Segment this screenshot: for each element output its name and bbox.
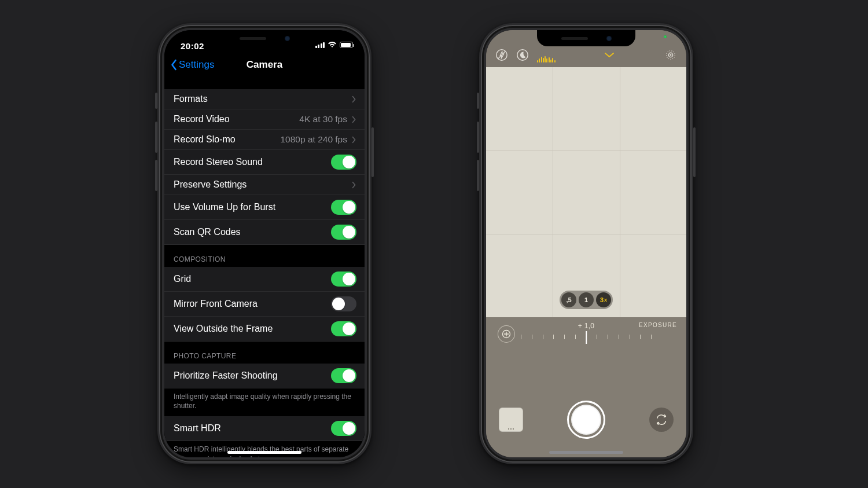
row-stereo-sound: Record Stereo Sound xyxy=(164,150,365,175)
grid-line xyxy=(620,67,620,317)
shutter-button[interactable] xyxy=(567,401,605,439)
toggle-scan-qr[interactable] xyxy=(331,225,356,240)
exposure-marker xyxy=(586,331,587,344)
row-mirror-front: Mirror Front Camera xyxy=(164,292,365,317)
footer-faster-shooting: Intelligently adapt image quality when r… xyxy=(164,388,365,416)
volume-down-button[interactable] xyxy=(155,160,157,191)
chevron-right-icon xyxy=(352,181,356,189)
camera-viewfinder[interactable]: ,5 1 3x xyxy=(486,67,686,317)
record-slomo-value: 1080p at 240 fps xyxy=(281,134,348,145)
toggle-smart-hdr[interactable] xyxy=(331,421,356,436)
switch-camera-button[interactable] xyxy=(649,408,674,432)
page-title: Camera xyxy=(247,59,282,71)
home-indicator[interactable] xyxy=(227,451,301,454)
volume-down-button[interactable] xyxy=(477,160,479,191)
nav-bar: Settings Camera xyxy=(164,53,365,76)
toggle-volume-burst[interactable] xyxy=(331,200,356,215)
home-indicator[interactable] xyxy=(549,451,623,454)
live-photo-icon[interactable] xyxy=(663,47,678,63)
section-header-capture: Photo Capture xyxy=(164,342,365,364)
row-formats[interactable]: Formats xyxy=(164,89,365,109)
section-header-composition: Composition xyxy=(164,245,365,267)
row-outside-frame: View Outside the Frame xyxy=(164,317,365,342)
zoom-wide-button[interactable]: ,5 xyxy=(561,292,576,307)
row-smart-hdr: Smart HDR xyxy=(164,416,365,441)
notch xyxy=(215,30,314,46)
mute-switch[interactable] xyxy=(477,93,479,109)
volume-up-button[interactable] xyxy=(477,122,479,153)
side-button[interactable] xyxy=(693,127,696,177)
footer-smart-hdr: Smart HDR intelligently blends the best … xyxy=(164,441,365,457)
histogram-icon xyxy=(537,56,556,63)
exposure-value: + 1,0 xyxy=(578,322,595,330)
last-photo-thumbnail[interactable] xyxy=(499,408,523,432)
zoom-tele-button[interactable]: 3x xyxy=(596,292,611,307)
notch xyxy=(537,30,635,46)
toggle-faster-shooting[interactable] xyxy=(331,368,356,383)
back-label: Settings xyxy=(179,59,214,71)
wifi-icon xyxy=(328,40,337,50)
volume-up-button[interactable] xyxy=(155,122,157,153)
zoom-selector: ,5 1 3x xyxy=(560,291,613,309)
chevron-right-icon xyxy=(352,136,356,144)
phone-camera: ,5 1 3x + 1,0 EXPOSURE xyxy=(479,23,693,464)
flash-off-icon[interactable] xyxy=(494,47,509,63)
side-button[interactable] xyxy=(372,127,374,177)
toggle-mirror-front[interactable] xyxy=(331,296,356,311)
night-mode-icon[interactable] xyxy=(515,47,530,63)
row-grid: Grid xyxy=(164,267,365,292)
mute-switch[interactable] xyxy=(155,93,157,109)
record-video-value: 4K at 30 fps xyxy=(299,114,347,124)
row-scan-qr: Scan QR Codes xyxy=(164,220,365,245)
row-record-slomo[interactable]: Record Slo-mo 1080p at 240 fps xyxy=(164,130,365,150)
status-time: 20:02 xyxy=(181,41,204,51)
chevron-right-icon xyxy=(352,96,356,103)
camera-bottom-tray: + 1,0 EXPOSURE xyxy=(486,317,686,457)
privacy-indicator-icon xyxy=(664,35,667,38)
back-button[interactable]: Settings xyxy=(170,59,214,71)
battery-icon xyxy=(340,42,353,48)
cellular-icon xyxy=(315,42,325,48)
toggle-grid[interactable] xyxy=(331,271,356,287)
grid-line xyxy=(486,234,686,234)
exposure-compensation-button[interactable] xyxy=(498,325,515,343)
phone-settings: 20:02 Settings Camera xyxy=(157,23,372,464)
svg-point-4 xyxy=(670,54,672,56)
toggle-stereo-sound[interactable] xyxy=(331,155,356,170)
grid-line xyxy=(553,67,553,317)
row-faster-shooting: Prioritize Faster Shooting xyxy=(164,364,365,388)
chevron-right-icon xyxy=(352,116,356,123)
toggle-outside-frame[interactable] xyxy=(331,321,356,336)
grid-line xyxy=(486,151,686,151)
row-volume-burst: Use Volume Up for Burst xyxy=(164,195,365,220)
exposure-label: EXPOSURE xyxy=(639,322,677,328)
row-record-video[interactable]: Record Video 4K at 30 fps xyxy=(164,109,365,130)
camera-controls-toggle[interactable] xyxy=(602,47,617,63)
row-preserve-settings[interactable]: Preserve Settings xyxy=(164,175,365,195)
zoom-1x-button[interactable]: 1 xyxy=(579,292,594,307)
